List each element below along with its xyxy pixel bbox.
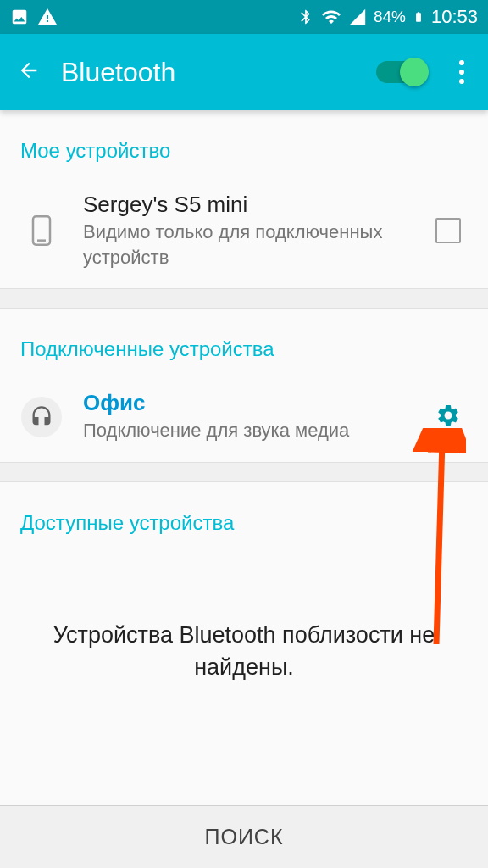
phone-icon: [20, 209, 63, 252]
status-left-icons: [10, 7, 58, 27]
bluetooth-icon: [297, 8, 314, 25]
clock: 10:53: [431, 6, 478, 28]
battery-icon: [413, 7, 424, 27]
no-devices-message: Устройства Bluetooth поблизости не найде…: [0, 543, 488, 718]
gear-icon: [435, 403, 461, 428]
status-bar: 84% 10:53: [0, 0, 488, 34]
arrow-back-icon: [17, 58, 41, 82]
toggle-knob: [400, 58, 429, 86]
wifi-icon: [321, 7, 341, 27]
connected-device-row[interactable]: Офис Подключение для звука медиа: [0, 376, 488, 462]
my-device-row[interactable]: Sergey's S5 mini Видимо только для подкл…: [0, 178, 488, 288]
divider: [0, 462, 488, 482]
device-settings-button[interactable]: [435, 403, 461, 431]
bluetooth-toggle[interactable]: [376, 61, 427, 83]
visibility-checkbox[interactable]: [435, 218, 461, 243]
connected-device-name: Офис: [83, 390, 435, 416]
section-available: Доступные устройства: [0, 482, 488, 543]
connected-device-subtitle: Подключение для звука медиа: [83, 418, 435, 443]
connected-device-info: Офис Подключение для звука медиа: [83, 390, 435, 443]
section-connected: Подключенные устройства: [0, 309, 488, 376]
divider: [0, 288, 488, 309]
status-right-icons: 84% 10:53: [297, 6, 478, 28]
battery-percent: 84%: [374, 8, 406, 26]
section-my-device: Мое устройство: [0, 110, 488, 178]
my-device-name: Sergey's S5 mini: [83, 192, 435, 218]
signal-icon: [348, 8, 367, 26]
overflow-menu-button[interactable]: [452, 53, 471, 91]
my-device-info: Sergey's S5 mini Видимо только для подкл…: [83, 192, 435, 270]
headset-icon: [20, 396, 63, 438]
back-button[interactable]: [17, 58, 41, 86]
my-device-subtitle: Видимо только для подключенных устройств: [83, 220, 435, 270]
warning-icon: [37, 7, 58, 27]
app-bar: Bluetooth: [0, 34, 488, 110]
image-icon: [10, 8, 29, 26]
page-title: Bluetooth: [61, 57, 376, 88]
search-button-label: ПОИСК: [204, 825, 283, 849]
search-button[interactable]: ПОИСК: [0, 805, 488, 868]
